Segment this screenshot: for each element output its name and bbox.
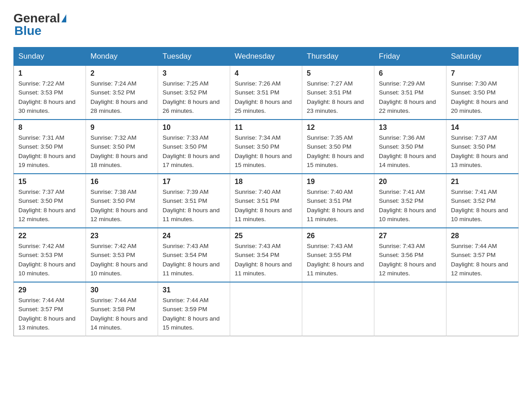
day-info: Sunrise: 7:43 AMSunset: 3:56 PMDaylight:… <box>379 242 442 278</box>
day-info: Sunrise: 7:40 AMSunset: 3:51 PMDaylight:… <box>307 188 369 224</box>
calendar-day-cell: 24Sunrise: 7:43 AMSunset: 3:54 PMDayligh… <box>158 228 230 282</box>
day-number: 17 <box>163 178 225 186</box>
calendar-header-row: SundayMondayTuesdayWednesdayThursdayFrid… <box>14 47 519 66</box>
calendar-week-row: 22Sunrise: 7:42 AMSunset: 3:53 PMDayligh… <box>14 228 519 282</box>
day-info: Sunrise: 7:25 AMSunset: 3:52 PMDaylight:… <box>163 79 225 116</box>
day-info: Sunrise: 7:39 AMSunset: 3:51 PMDaylight:… <box>163 188 225 224</box>
day-info: Sunrise: 7:44 AMSunset: 3:57 PMDaylight:… <box>18 296 81 332</box>
calendar-day-cell: 31Sunrise: 7:44 AMSunset: 3:59 PMDayligh… <box>158 282 230 336</box>
calendar-week-row: 15Sunrise: 7:37 AMSunset: 3:50 PMDayligh… <box>14 174 519 228</box>
day-number: 1 <box>18 69 81 77</box>
day-number: 16 <box>90 178 153 186</box>
day-number: 19 <box>307 178 369 186</box>
day-info: Sunrise: 7:29 AMSunset: 3:51 PMDaylight:… <box>379 79 442 116</box>
day-info: Sunrise: 7:42 AMSunset: 3:53 PMDaylight:… <box>90 242 153 278</box>
day-info: Sunrise: 7:27 AMSunset: 3:51 PMDaylight:… <box>307 79 369 116</box>
calendar-day-cell: 7Sunrise: 7:30 AMSunset: 3:50 PMDaylight… <box>446 66 519 120</box>
calendar-day-cell: 29Sunrise: 7:44 AMSunset: 3:57 PMDayligh… <box>14 282 86 336</box>
header-day-saturday: Saturday <box>446 47 519 66</box>
day-info: Sunrise: 7:43 AMSunset: 3:54 PMDaylight:… <box>163 242 225 278</box>
day-info: Sunrise: 7:41 AMSunset: 3:52 PMDaylight:… <box>379 188 442 224</box>
day-number: 10 <box>163 124 225 132</box>
calendar-day-cell: 11Sunrise: 7:34 AMSunset: 3:50 PMDayligh… <box>230 120 302 174</box>
day-number: 8 <box>18 124 81 132</box>
day-info: Sunrise: 7:36 AMSunset: 3:50 PMDaylight:… <box>379 133 442 170</box>
header: General Blue <box>13 9 519 38</box>
calendar-day-cell: 9Sunrise: 7:32 AMSunset: 3:50 PMDaylight… <box>86 120 158 174</box>
logo-blue-line: Blue <box>13 24 42 38</box>
day-number: 4 <box>235 69 297 77</box>
calendar-day-cell: 6Sunrise: 7:29 AMSunset: 3:51 PMDaylight… <box>374 66 446 120</box>
logo: General Blue <box>13 9 67 38</box>
calendar-day-cell: 10Sunrise: 7:33 AMSunset: 3:50 PMDayligh… <box>158 120 230 174</box>
day-info: Sunrise: 7:43 AMSunset: 3:54 PMDaylight:… <box>235 242 297 278</box>
calendar-day-cell: 21Sunrise: 7:41 AMSunset: 3:52 PMDayligh… <box>446 174 519 228</box>
day-info: Sunrise: 7:22 AMSunset: 3:53 PMDaylight:… <box>18 79 81 116</box>
calendar-day-cell: 23Sunrise: 7:42 AMSunset: 3:53 PMDayligh… <box>86 228 158 282</box>
calendar-week-row: 8Sunrise: 7:31 AMSunset: 3:50 PMDaylight… <box>14 120 519 174</box>
day-number: 31 <box>163 286 225 294</box>
header-day-sunday: Sunday <box>14 47 86 66</box>
day-info: Sunrise: 7:43 AMSunset: 3:55 PMDaylight:… <box>307 242 369 278</box>
calendar-day-cell: 20Sunrise: 7:41 AMSunset: 3:52 PMDayligh… <box>374 174 446 228</box>
header-day-tuesday: Tuesday <box>158 47 230 66</box>
calendar-day-cell: 26Sunrise: 7:43 AMSunset: 3:55 PMDayligh… <box>302 228 374 282</box>
calendar-day-cell: 19Sunrise: 7:40 AMSunset: 3:51 PMDayligh… <box>302 174 374 228</box>
day-info: Sunrise: 7:35 AMSunset: 3:50 PMDaylight:… <box>307 133 369 170</box>
day-number: 12 <box>307 124 369 132</box>
day-number: 5 <box>307 69 369 77</box>
calendar-day-cell <box>302 282 374 336</box>
day-info: Sunrise: 7:34 AMSunset: 3:50 PMDaylight:… <box>235 133 297 170</box>
day-info: Sunrise: 7:40 AMSunset: 3:51 PMDaylight:… <box>235 188 297 224</box>
logo-triangle-icon <box>61 14 66 22</box>
day-number: 26 <box>307 232 369 240</box>
day-info: Sunrise: 7:44 AMSunset: 3:59 PMDaylight:… <box>163 296 225 332</box>
day-number: 18 <box>235 178 297 186</box>
day-number: 3 <box>163 69 225 77</box>
calendar-day-cell: 14Sunrise: 7:37 AMSunset: 3:50 PMDayligh… <box>446 120 519 174</box>
day-info: Sunrise: 7:41 AMSunset: 3:52 PMDaylight:… <box>451 188 514 224</box>
day-number: 9 <box>90 124 153 132</box>
header-day-thursday: Thursday <box>302 47 374 66</box>
calendar-day-cell: 16Sunrise: 7:38 AMSunset: 3:50 PMDayligh… <box>86 174 158 228</box>
calendar-day-cell: 8Sunrise: 7:31 AMSunset: 3:50 PMDaylight… <box>14 120 86 174</box>
calendar-day-cell: 27Sunrise: 7:43 AMSunset: 3:56 PMDayligh… <box>374 228 446 282</box>
day-number: 21 <box>451 178 514 186</box>
day-info: Sunrise: 7:32 AMSunset: 3:50 PMDaylight:… <box>90 133 153 170</box>
calendar-week-row: 1Sunrise: 7:22 AMSunset: 3:53 PMDaylight… <box>14 66 519 120</box>
day-number: 2 <box>90 69 153 77</box>
day-info: Sunrise: 7:44 AMSunset: 3:58 PMDaylight:… <box>90 296 153 332</box>
header-day-monday: Monday <box>86 47 158 66</box>
day-number: 7 <box>451 69 514 77</box>
day-number: 24 <box>163 232 225 240</box>
day-info: Sunrise: 7:44 AMSunset: 3:57 PMDaylight:… <box>451 242 514 278</box>
calendar-day-cell <box>446 282 519 336</box>
day-number: 15 <box>18 178 81 186</box>
calendar-day-cell: 28Sunrise: 7:44 AMSunset: 3:57 PMDayligh… <box>446 228 519 282</box>
day-number: 25 <box>235 232 297 240</box>
day-number: 30 <box>90 286 153 294</box>
day-number: 6 <box>379 69 442 77</box>
day-info: Sunrise: 7:30 AMSunset: 3:50 PMDaylight:… <box>451 79 514 116</box>
calendar-day-cell <box>230 282 302 336</box>
day-info: Sunrise: 7:33 AMSunset: 3:50 PMDaylight:… <box>163 133 225 170</box>
calendar-day-cell: 22Sunrise: 7:42 AMSunset: 3:53 PMDayligh… <box>14 228 86 282</box>
calendar-day-cell: 5Sunrise: 7:27 AMSunset: 3:51 PMDaylight… <box>302 66 374 120</box>
calendar-day-cell: 2Sunrise: 7:24 AMSunset: 3:52 PMDaylight… <box>86 66 158 120</box>
day-number: 14 <box>451 124 514 132</box>
day-info: Sunrise: 7:26 AMSunset: 3:51 PMDaylight:… <box>235 79 297 116</box>
header-day-friday: Friday <box>374 47 446 66</box>
calendar-day-cell: 1Sunrise: 7:22 AMSunset: 3:53 PMDaylight… <box>14 66 86 120</box>
calendar-day-cell: 3Sunrise: 7:25 AMSunset: 3:52 PMDaylight… <box>158 66 230 120</box>
day-info: Sunrise: 7:24 AMSunset: 3:52 PMDaylight:… <box>90 79 153 116</box>
day-number: 20 <box>379 178 442 186</box>
header-day-wednesday: Wednesday <box>230 47 302 66</box>
calendar-day-cell: 12Sunrise: 7:35 AMSunset: 3:50 PMDayligh… <box>302 120 374 174</box>
calendar-day-cell: 4Sunrise: 7:26 AMSunset: 3:51 PMDaylight… <box>230 66 302 120</box>
calendar-week-row: 29Sunrise: 7:44 AMSunset: 3:57 PMDayligh… <box>14 282 519 336</box>
day-number: 23 <box>90 232 153 240</box>
calendar-day-cell: 15Sunrise: 7:37 AMSunset: 3:50 PMDayligh… <box>14 174 86 228</box>
day-number: 11 <box>235 124 297 132</box>
day-number: 28 <box>451 232 514 240</box>
calendar-day-cell <box>374 282 446 336</box>
